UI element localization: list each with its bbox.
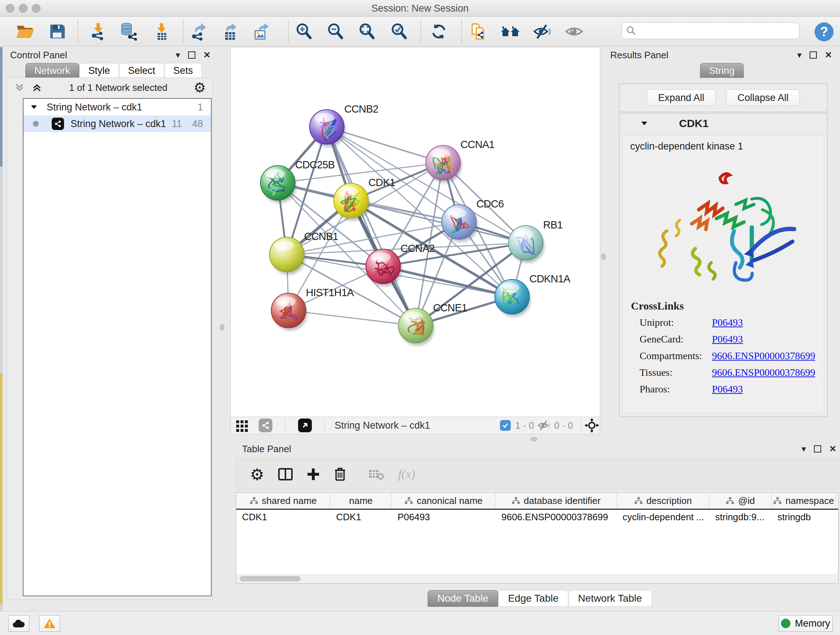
warning-icon [43, 618, 56, 629]
panel-menu-icon[interactable]: ▾ [797, 51, 802, 59]
panel-close-icon[interactable]: ✕ [825, 51, 832, 59]
table-cell[interactable]: stringdb [772, 510, 836, 524]
search-field[interactable] [622, 22, 799, 39]
import-network-database-button[interactable] [118, 21, 139, 42]
birdseye-view-button[interactable] [584, 417, 599, 434]
toolbar-separator [77, 19, 78, 43]
table-cell[interactable]: stringdb:9... [709, 510, 772, 524]
scrollbar-thumb[interactable] [240, 576, 301, 581]
panel-float-icon[interactable] [810, 51, 817, 59]
network-options-gear-icon[interactable]: ⚙ [194, 80, 206, 96]
help-button[interactable]: ? [815, 22, 834, 41]
search-input[interactable] [636, 25, 790, 36]
export-table-button[interactable] [220, 21, 241, 42]
table-cell[interactable]: cyclin-dependent ... [617, 510, 709, 524]
show-grid-button[interactable] [235, 417, 248, 434]
collapse-all-button[interactable]: Collapse All [726, 89, 800, 106]
hide-selected-button[interactable] [532, 21, 553, 42]
tab-node-table[interactable]: Node Table [428, 590, 498, 607]
zoom-fit-button[interactable] [356, 21, 377, 42]
column-header-@id[interactable]: @id [709, 493, 772, 509]
tab-network-table[interactable]: Network Table [568, 590, 652, 607]
expand-all-icon[interactable] [31, 82, 43, 93]
panel-menu-icon[interactable]: ▾ [802, 445, 806, 453]
detach-view-button[interactable] [298, 417, 312, 434]
zoom-out-button[interactable] [325, 21, 346, 42]
node-CDKN1A[interactable]: CDKN1A [495, 273, 571, 317]
table-cell[interactable]: CDK1 [330, 510, 392, 524]
zoom-in-button[interactable] [294, 21, 314, 42]
collapse-all-icon[interactable] [13, 82, 26, 93]
column-header-canonical-name[interactable]: canonical name [392, 493, 496, 509]
node-CDC25B[interactable]: CDC25B [261, 159, 335, 203]
expand-all-button[interactable]: Expand All [647, 89, 715, 106]
node-RB1[interactable]: RB1 [508, 219, 562, 263]
memory-button[interactable]: Memory [778, 615, 833, 632]
network-graph[interactable]: CCNB2CCNA1CDC25BCDK1CDC6RB1CCNB1CCNA2CDK… [231, 48, 600, 417]
column-header-namespace[interactable]: namespace [772, 493, 836, 509]
apply-layout-button[interactable] [428, 21, 449, 42]
selected-counter: 1 - 0 [500, 417, 534, 434]
clone-network-button[interactable] [468, 21, 489, 42]
panel-close-icon[interactable]: ✕ [829, 445, 836, 453]
show-all-button[interactable] [564, 21, 584, 42]
column-header-shared-name[interactable]: shared name [236, 493, 330, 509]
node-HIST1H1A[interactable]: HIST1H1A [271, 287, 354, 331]
crosslink-label: Pharos: [639, 383, 712, 395]
tab-edge-table[interactable]: Edge Table [498, 590, 568, 607]
table-row[interactable]: CDK1CDK1P064939606.ENSP00000378699cyclin… [236, 510, 838, 524]
node-CCNB2[interactable]: CCNB2 [309, 103, 378, 147]
crosslink-link[interactable]: 9606.ENSP00000378699 [712, 367, 815, 378]
panel-float-icon[interactable] [188, 51, 195, 59]
edge-HIST1H1A-CCNE1[interactable] [289, 310, 416, 326]
panel-close-icon[interactable]: ✕ [203, 51, 210, 59]
zoom-selected-button[interactable] [388, 21, 409, 42]
edge-CCNA2-CDKN1A[interactable] [383, 266, 512, 297]
crosslink-link[interactable]: 9606.ENSP00000378699 [712, 350, 815, 362]
column-header-description[interactable]: description [617, 493, 709, 509]
table-cell[interactable]: P06493 [392, 510, 496, 524]
collection-expand-arrow-icon[interactable] [30, 104, 38, 111]
tab-network[interactable]: Network [25, 63, 79, 78]
show-columns-button[interactable] [278, 468, 293, 481]
warnings-button[interactable] [39, 615, 60, 632]
node-CCNA1[interactable]: CCNA1 [426, 139, 494, 183]
network-canvas[interactable]: CCNB2CCNA1CDC25BCDK1CDC6RB1CCNB1CCNA2CDK… [231, 47, 600, 417]
cloud-status-button[interactable] [8, 615, 29, 632]
network-collection-row[interactable]: String Network – cdk1 1 [24, 99, 211, 116]
memory-status-icon [781, 619, 790, 628]
node-label-CDKN1A: CDKN1A [529, 273, 570, 285]
column-header-database-identifier[interactable]: database identifier [496, 493, 617, 509]
section-collapse-arrow-icon[interactable] [640, 120, 649, 127]
crosslink-link[interactable]: P06493 [712, 333, 743, 345]
table-cell[interactable]: 9606.ENSP00000378699 [496, 510, 617, 524]
crosslink-link[interactable]: P06493 [712, 317, 743, 328]
export-image-button[interactable] [251, 21, 272, 42]
gene-section-header[interactable]: CDK1 [620, 114, 827, 134]
tab-select[interactable]: Select [119, 63, 164, 78]
column-header-label: @id [738, 495, 755, 507]
network-row[interactable]: String Network – cdk1 11 48 [24, 116, 211, 132]
open-session-button[interactable] [15, 21, 36, 42]
node-CDK1[interactable]: CDK1 [333, 177, 395, 221]
delete-column-button[interactable] [333, 467, 347, 481]
import-network-file-button[interactable] [88, 21, 109, 42]
import-table-file-button[interactable] [151, 21, 172, 42]
export-network-button[interactable] [189, 21, 210, 42]
first-neighbors-button[interactable] [500, 21, 521, 42]
tab-string[interactable]: String [700, 63, 744, 78]
crosslink-link[interactable]: P06493 [712, 383, 743, 395]
table-options-gear-icon[interactable]: ⚙ [250, 465, 264, 484]
save-session-button[interactable] [47, 21, 68, 42]
panel-float-icon[interactable] [814, 445, 821, 453]
create-column-button[interactable] [307, 468, 320, 481]
tab-style[interactable]: Style [79, 63, 119, 78]
checkbox-icon[interactable] [500, 420, 511, 431]
panel-menu-icon[interactable]: ▾ [176, 51, 180, 59]
table-horizontal-scrollbar[interactable] [236, 574, 838, 583]
table-cell[interactable]: CDK1 [236, 510, 330, 524]
tab-sets[interactable]: Sets [164, 63, 202, 78]
column-header-name[interactable]: name [330, 493, 392, 509]
left-splitter-handle[interactable] [220, 324, 224, 331]
network-view-type-button[interactable] [259, 417, 272, 434]
